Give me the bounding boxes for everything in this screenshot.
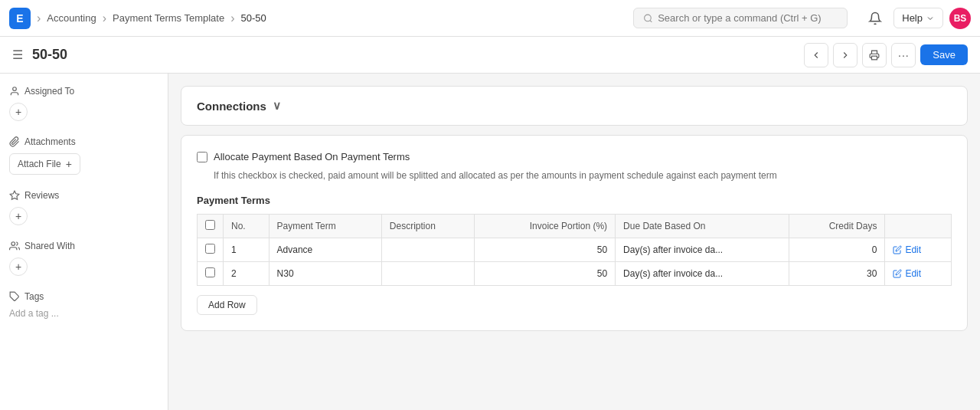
- attach-file-label: Attach File: [18, 159, 61, 169]
- attachments-title: Attachments: [9, 136, 158, 147]
- breadcrumb-sep-2: ›: [103, 11, 106, 25]
- subheader-actions: ··· Save: [804, 43, 968, 67]
- add-review-button[interactable]: +: [9, 207, 28, 225]
- row1-no: 1: [224, 238, 270, 262]
- reviews-section: Reviews +: [9, 190, 158, 225]
- row2-payment-term: N30: [269, 262, 381, 286]
- connections-chevron-icon: ∨: [273, 99, 281, 113]
- edit-icon: [893, 245, 902, 254]
- save-button[interactable]: Save: [920, 44, 968, 65]
- row1-edit-button[interactable]: Edit: [893, 244, 943, 255]
- row2-edit-cell: Edit: [885, 262, 952, 286]
- avatar[interactable]: BS: [949, 8, 971, 29]
- app-logo[interactable]: E: [9, 8, 31, 29]
- row1-checkbox-cell: [198, 238, 224, 262]
- edit-icon: [893, 269, 902, 278]
- payment-terms-card: Allocate Payment Based On Payment Terms …: [181, 135, 968, 331]
- row2-credit-days: 30: [789, 262, 885, 286]
- notifications-button[interactable]: [863, 6, 887, 31]
- page-title: 50-50: [32, 47, 67, 63]
- main-layout: Assigned To + Attachments Attach File + …: [0, 74, 980, 410]
- col-no: No.: [224, 215, 270, 238]
- row2-due-date: Day(s) after invoice da...: [616, 262, 789, 286]
- svg-rect-2: [872, 56, 877, 60]
- search-icon: [643, 13, 653, 24]
- main-content: Connections ∨ Allocate Payment Based On …: [168, 74, 980, 410]
- tags-section: Tags Add a tag ...: [9, 291, 158, 319]
- allocate-payment-checkbox[interactable]: [197, 152, 207, 162]
- row2-no: 2: [224, 262, 270, 286]
- attach-plus-icon: +: [66, 158, 72, 170]
- paperclip-icon: [9, 136, 20, 147]
- add-tag-link[interactable]: Add a tag ...: [9, 308, 158, 319]
- row2-invoice-portion: 50: [475, 262, 616, 286]
- breadcrumb-sep-3: ›: [230, 11, 234, 25]
- attachments-section: Attachments Attach File +: [9, 136, 158, 175]
- col-payment-term: Payment Term: [269, 215, 381, 238]
- help-label: Help: [902, 12, 923, 24]
- payment-terms-table: No. Payment Term Description Invoice Por…: [197, 214, 952, 286]
- attachments-label: Attachments: [24, 136, 76, 147]
- prev-button[interactable]: [804, 43, 828, 67]
- row2-edit-button[interactable]: Edit: [893, 268, 943, 279]
- table-header-row: No. Payment Term Description Invoice Por…: [198, 215, 952, 238]
- allocate-payment-description: If this checkbox is checked, paid amount…: [214, 169, 952, 182]
- person-icon: [9, 86, 20, 97]
- row1-checkbox[interactable]: [205, 244, 215, 254]
- row2-checkbox[interactable]: [205, 267, 215, 277]
- search-input[interactable]: [658, 12, 838, 24]
- row1-due-date: Day(s) after invoice da...: [616, 238, 789, 262]
- row1-invoice-portion: 50: [475, 238, 616, 262]
- col-invoice-portion: Invoice Portion (%): [475, 215, 616, 238]
- select-all-checkbox[interactable]: [205, 220, 215, 230]
- chevron-down-icon: [926, 14, 935, 23]
- breadcrumb-payment-terms[interactable]: Payment Terms Template: [113, 12, 224, 24]
- reviews-label: Reviews: [24, 190, 59, 201]
- topbar-actions: Help BS: [863, 6, 971, 31]
- breadcrumb-current: 50-50: [241, 12, 266, 24]
- assigned-to-label: Assigned To: [24, 86, 74, 97]
- chevron-right-icon: [840, 50, 851, 61]
- sidebar: Assigned To + Attachments Attach File + …: [0, 74, 168, 410]
- svg-point-3: [13, 87, 17, 91]
- add-shared-button[interactable]: +: [9, 257, 28, 276]
- table-row: 2 N30 50 Day(s) after invoice da... 30 E…: [198, 262, 952, 286]
- add-row-button[interactable]: Add Row: [197, 295, 257, 315]
- add-assigned-button[interactable]: +: [9, 103, 28, 121]
- topbar: E › Accounting › Payment Terms Template …: [0, 0, 980, 37]
- col-credit-days: Credit Days: [789, 215, 885, 238]
- col-checkbox: [198, 215, 224, 238]
- breadcrumb-sep-1: ›: [37, 11, 41, 25]
- col-due-date-based-on: Due Date Based On: [616, 215, 789, 238]
- next-button[interactable]: [833, 43, 858, 67]
- breadcrumb-accounting[interactable]: Accounting: [47, 12, 96, 24]
- print-button[interactable]: [862, 43, 887, 67]
- connections-header[interactable]: Connections ∨: [197, 99, 952, 113]
- row2-due-date-value: Day(s) after invoice da...: [623, 268, 723, 279]
- row1-due-date-value: Day(s) after invoice da...: [623, 244, 723, 255]
- connections-title: Connections: [197, 100, 266, 113]
- row2-checkbox-cell: [198, 262, 224, 286]
- svg-line-1: [650, 20, 652, 21]
- table-row: 1 Advance 50 Day(s) after invoice da... …: [198, 238, 952, 262]
- shared-with-title: Shared With: [9, 241, 158, 251]
- allocate-payment-row: Allocate Payment Based On Payment Terms: [197, 151, 952, 162]
- attach-file-button[interactable]: Attach File +: [9, 153, 80, 175]
- shared-with-label: Shared With: [24, 241, 75, 251]
- tag-icon: [9, 291, 20, 302]
- col-actions: [885, 215, 952, 238]
- ellipsis-icon: ···: [898, 49, 910, 61]
- payment-terms-section-title: Payment Terms: [197, 195, 952, 206]
- more-options-button[interactable]: ···: [891, 43, 916, 67]
- help-button[interactable]: Help: [893, 8, 943, 28]
- allocate-payment-label: Allocate Payment Based On Payment Terms: [214, 151, 410, 162]
- search-bar[interactable]: [633, 8, 848, 28]
- tags-label: Tags: [24, 291, 44, 302]
- star-icon: [9, 190, 20, 201]
- menu-icon[interactable]: ☰: [12, 48, 23, 62]
- chevron-left-icon: [811, 50, 822, 61]
- users-icon: [9, 241, 20, 251]
- subheader: ☰ 50-50 ··· Save: [0, 37, 980, 74]
- assigned-to-title: Assigned To: [9, 86, 158, 97]
- col-description: Description: [381, 215, 475, 238]
